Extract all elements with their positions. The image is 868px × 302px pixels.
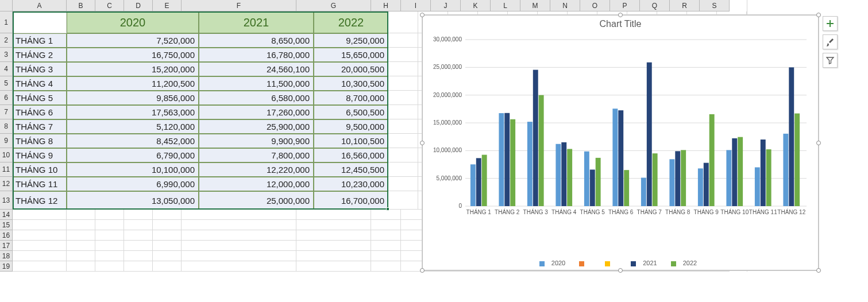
chart-resize-handle[interactable] — [618, 13, 623, 17]
cell-F17[interactable] — [182, 241, 296, 251]
cell-A19[interactable] — [13, 261, 67, 272]
cell-2020-7[interactable]: 5,120,000 — [67, 119, 199, 134]
select-all-corner[interactable] — [0, 0, 13, 11]
cell-2020-10[interactable]: 10,100,000 — [67, 162, 199, 177]
cell-month-1[interactable]: THÁNG 1 — [13, 33, 67, 48]
cell-2022-1[interactable]: 9,250,000 — [314, 33, 388, 48]
bar-2020-10[interactable] — [726, 150, 731, 206]
bar-2022-3[interactable] — [539, 95, 544, 206]
cell-A1[interactable] — [13, 11, 67, 33]
cell-A16[interactable] — [13, 230, 67, 241]
row-header-1[interactable]: 1 — [0, 11, 13, 33]
cell-H9[interactable] — [388, 134, 418, 148]
cell-E18[interactable] — [153, 251, 182, 261]
cell-2022-12[interactable]: 16,700,000 — [314, 191, 388, 210]
bar-2021-6[interactable] — [618, 110, 623, 206]
cell-E17[interactable] — [153, 241, 182, 251]
cell-month-5[interactable]: THÁNG 5 — [13, 91, 67, 105]
cell-2021-4[interactable]: 11,500,000 — [199, 76, 314, 91]
cell-2021-9[interactable]: 7,800,000 — [199, 148, 314, 162]
bar-2022-12[interactable] — [794, 114, 800, 206]
cell-C18[interactable] — [95, 251, 124, 261]
cell-2021-7[interactable]: 25,900,000 — [199, 119, 314, 134]
cell-G19[interactable] — [296, 261, 371, 272]
bar-2022-6[interactable] — [624, 170, 629, 206]
cell-H11[interactable] — [388, 162, 418, 177]
col-header-H[interactable]: H — [371, 0, 401, 11]
bar-2021-5[interactable] — [590, 169, 595, 206]
bar-2021-1[interactable] — [476, 158, 481, 206]
row-header-9[interactable]: 9 — [0, 134, 13, 148]
cell-2022-9[interactable]: 16,560,000 — [314, 148, 388, 162]
cell-H4[interactable] — [388, 62, 418, 76]
bar-2020-12[interactable] — [783, 134, 788, 206]
cell-G16[interactable] — [296, 230, 371, 241]
cell-H16[interactable] — [371, 230, 401, 241]
bar-2022-11[interactable] — [766, 149, 771, 206]
col-header-Q[interactable]: Q — [640, 0, 670, 11]
col-header-M[interactable]: M — [520, 0, 550, 11]
cell-E14[interactable] — [153, 210, 182, 220]
col-header-S[interactable]: S — [700, 0, 730, 11]
row-header-16[interactable]: 16 — [0, 230, 13, 241]
cell-D19[interactable] — [124, 261, 153, 272]
cell-B17[interactable] — [67, 241, 95, 251]
cell-A14[interactable] — [13, 210, 67, 220]
cell-D18[interactable] — [124, 251, 153, 261]
cell-2022-10[interactable]: 12,450,500 — [314, 162, 388, 177]
chart-plot-area[interactable]: 05,000,00010,000,00015,000,00020,000,000… — [465, 36, 810, 226]
row-header-8[interactable]: 8 — [0, 119, 13, 134]
cell-C15[interactable] — [95, 220, 124, 230]
cell-2020-12[interactable]: 13,050,000 — [67, 191, 199, 210]
bar-2020-9[interactable] — [698, 168, 703, 206]
cell-G18[interactable] — [296, 251, 371, 261]
cell-2022-11[interactable]: 10,230,000 — [314, 177, 388, 191]
cell-2020-1[interactable]: 7,520,000 — [67, 33, 199, 48]
bar-2021-3[interactable] — [533, 70, 538, 206]
col-header-P[interactable]: P — [610, 0, 640, 11]
col-header-G[interactable]: G — [296, 0, 371, 11]
cell-G14[interactable] — [296, 210, 371, 220]
col-header-C[interactable]: C — [95, 0, 124, 11]
cell-2020-4[interactable]: 11,200,500 — [67, 76, 199, 91]
bar-2021-9[interactable] — [704, 163, 709, 206]
cell-H12[interactable] — [388, 177, 418, 191]
chart-legend[interactable]: 202020212022 — [423, 260, 818, 266]
row-header-18[interactable]: 18 — [0, 251, 13, 261]
cell-C14[interactable] — [95, 210, 124, 220]
bar-2021-8[interactable] — [675, 151, 680, 206]
cell-2022-2[interactable]: 15,650,000 — [314, 48, 388, 62]
row-header-12[interactable]: 12 — [0, 177, 13, 191]
cell-G17[interactable] — [296, 241, 371, 251]
cell-month-10[interactable]: THÁNG 10 — [13, 162, 67, 177]
bar-2022-5[interactable] — [596, 158, 601, 206]
cell-2021-10[interactable]: 12,220,000 — [199, 162, 314, 177]
row-header-13[interactable]: 13 — [0, 191, 13, 210]
cell-H17[interactable] — [371, 241, 401, 251]
bar-2020-4[interactable] — [555, 144, 561, 206]
chart-filters-button[interactable] — [823, 53, 838, 68]
cell-H10[interactable] — [388, 148, 418, 162]
cell-H1[interactable] — [388, 11, 418, 33]
cell-D15[interactable] — [124, 220, 153, 230]
bar-2020-5[interactable] — [584, 152, 589, 206]
bar-2020-3[interactable] — [527, 122, 533, 206]
col-header-D[interactable]: D — [124, 0, 153, 11]
col-header-K[interactable]: K — [461, 0, 491, 11]
cell-2022-3[interactable]: 20,000,500 — [314, 62, 388, 76]
cell-H3[interactable] — [388, 48, 418, 62]
cell-F16[interactable] — [182, 230, 296, 241]
cell-month-11[interactable]: THÁNG 11 — [13, 177, 67, 191]
cell-F15[interactable] — [182, 220, 296, 230]
cell-year-2020[interactable]: 2020 — [67, 11, 199, 33]
cell-month-9[interactable]: THÁNG 9 — [13, 148, 67, 162]
col-header-B[interactable]: B — [67, 0, 95, 11]
cell-D14[interactable] — [124, 210, 153, 220]
row-header-14[interactable]: 14 — [0, 210, 13, 220]
cell-year-2021[interactable]: 2021 — [199, 11, 314, 33]
cell-2022-7[interactable]: 9,500,000 — [314, 119, 388, 134]
cell-2021-6[interactable]: 17,260,000 — [199, 105, 314, 119]
bar-2020-8[interactable] — [669, 159, 674, 206]
col-header-E[interactable]: E — [153, 0, 182, 11]
cell-2021-1[interactable]: 8,650,000 — [199, 33, 314, 48]
